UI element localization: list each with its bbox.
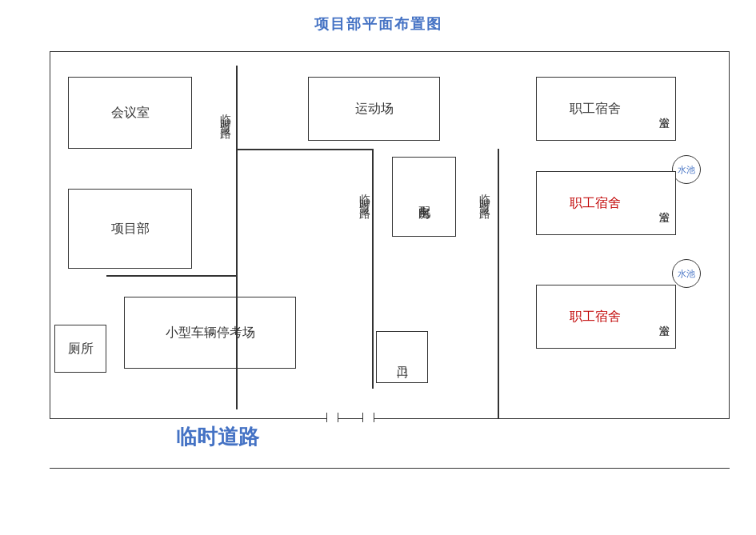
gate-gap-left [326, 413, 338, 422]
dormitory1-building: 职工宿舍 浴室 [536, 77, 676, 141]
parking-building: 小型车辆停考场 [124, 297, 296, 369]
parking-label: 小型车辆停考场 [166, 325, 255, 341]
conference-room-building: 会议室 [68, 77, 192, 149]
water-circle-2: 水池 [672, 259, 701, 288]
sports-field-label: 运动场 [355, 101, 394, 118]
road-v2-label: 临时道路 [357, 185, 371, 204]
project-dept-label: 项目部 [111, 221, 150, 238]
diagram-area: 临时道路 会议室 运动场 职工宿舍 浴室 水池 职工宿舍 浴室 水池 职工宿舍 [0, 37, 756, 501]
dormitory3-building: 职工宿舍 浴室 [536, 285, 676, 349]
project-dept-building: 项目部 [68, 189, 192, 269]
h-line-mid [106, 275, 237, 277]
gatehouse-building: 门卫 [376, 331, 428, 383]
water-label-1: 水池 [678, 164, 695, 176]
water-label-2: 水池 [678, 268, 695, 280]
road-v1-line [236, 66, 238, 409]
road-v2-line [372, 149, 374, 389]
h-line-top [236, 149, 374, 150]
dormitory3-label: 职工宿舍 [570, 309, 621, 325]
bottom-road-label: 临时道路 [176, 423, 259, 451]
road-v1-label: 临时道路 [218, 105, 232, 124]
water-circle-1: 水池 [672, 155, 701, 184]
road-v3-label: 临时道路 [477, 185, 491, 204]
dormitory1-label: 职工宿舍 [570, 101, 621, 118]
gate-gap-right [362, 413, 374, 422]
electric-room-building: 配电房 [392, 157, 456, 237]
toilet-building: 厕所 [54, 325, 106, 373]
sports-field-building: 运动场 [308, 77, 440, 141]
bottom-road-line [50, 468, 730, 469]
road-v3-line [498, 149, 499, 419]
dormitory2-label: 职工宿舍 [570, 195, 621, 212]
conference-room-label: 会议室 [111, 105, 150, 122]
page-title: 项目部平面布置图 [0, 0, 756, 34]
toilet-label: 厕所 [68, 341, 94, 357]
dormitory2-building: 职工宿舍 浴室 [536, 171, 676, 235]
